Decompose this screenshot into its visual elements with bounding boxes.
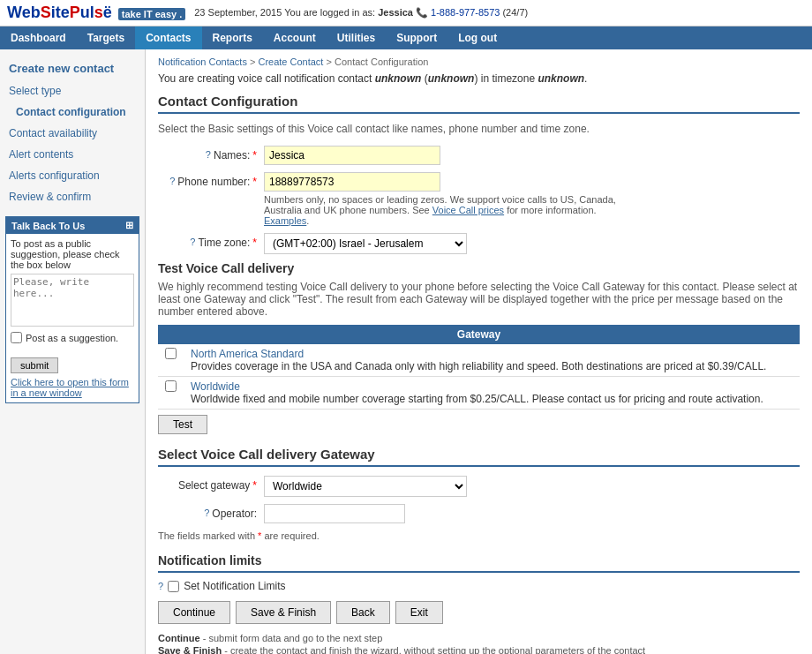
header-phone[interactable]: 1-888-977-8573 xyxy=(431,7,500,18)
sidebar-item-alert-contents[interactable]: Alert contents xyxy=(0,144,145,165)
voice-test-section: Test Voice Call delivery We highly recom… xyxy=(158,261,800,434)
nav-dashboard[interactable]: Dashboard xyxy=(0,26,77,49)
notification-limits-section: Notification limits ? Set Notification L… xyxy=(158,553,800,592)
talkback-header: Talk Back To Us ⊞ xyxy=(6,217,139,234)
gateway-cell-2: Worldwide Worldwide fixed and mobile num… xyxy=(184,377,800,410)
test-button[interactable]: Test xyxy=(158,415,207,434)
talkback-suggestion-checkbox[interactable] xyxy=(11,332,22,343)
voice-call-prices-link[interactable]: Voice Call prices xyxy=(432,205,504,215)
nav-logout[interactable]: Log out xyxy=(447,26,508,49)
nav-contacts[interactable]: Contacts xyxy=(135,26,201,49)
gateway-checkbox-cell-2 xyxy=(158,377,184,410)
header-date: 23 September, 2015 xyxy=(194,7,282,18)
notification-limits-row: ? Set Notification Limits xyxy=(158,580,800,592)
breadcrumb: Notification Contacts > Create Contact >… xyxy=(158,56,800,67)
sidebar-item-availability[interactable]: Contact availability xyxy=(0,123,145,144)
talkback-content: To post as a public suggestion, please c… xyxy=(6,234,139,402)
set-notification-limits-label: Set Notification Limits xyxy=(184,580,285,592)
examples-link[interactable]: Examples xyxy=(264,215,306,226)
gateway-checkbox-cell-1 xyxy=(158,344,184,377)
exit-button[interactable]: Exit xyxy=(395,601,443,624)
continue-button[interactable]: Continue xyxy=(158,601,230,624)
legend-save-finish: Save & Finish - create the contact and f… xyxy=(158,645,800,654)
info-line: You are creating voice call notification… xyxy=(158,72,800,85)
names-input-wrap xyxy=(264,146,440,165)
talkback-submit-btn[interactable]: submit xyxy=(11,357,58,373)
gateway-name-2[interactable]: Worldwide xyxy=(191,380,240,393)
talkback-suggestion-label: Post as a suggestion. xyxy=(11,332,134,343)
sidebar-item-contact-config[interactable]: Contact configuration xyxy=(0,101,145,123)
operator-input[interactable] xyxy=(264,504,405,523)
header-logged: You are logged in as: xyxy=(284,7,375,18)
notif-help-icon[interactable]: ? xyxy=(158,581,163,591)
gateway-table: Gateway North America Standard Provides … xyxy=(158,325,800,410)
talkback-desc: To post as a public suggestion, please c… xyxy=(11,238,134,270)
breadcrumb-item-1[interactable]: Notification Contacts xyxy=(158,56,247,67)
contact-config-desc: Select the Basic settings of this Voice … xyxy=(158,123,800,135)
nav-reports[interactable]: Reports xyxy=(202,26,263,49)
timezone-label: ? Time zone: * xyxy=(158,233,264,249)
voice-test-desc: We highly recommend testing Voice Call d… xyxy=(158,281,800,318)
talkback-expand-icon[interactable]: ⊞ xyxy=(125,220,133,231)
operator-row: ? Operator: xyxy=(158,504,800,523)
phone-input[interactable] xyxy=(264,172,440,192)
select-gateway-select[interactable]: Worldwide North America Standard xyxy=(264,476,467,497)
gateway-checkbox-2[interactable] xyxy=(165,380,177,392)
notification-limits-title: Notification limits xyxy=(158,553,800,573)
contact-config-title: Contact Configuration xyxy=(158,94,800,114)
sidebar: Create new contact Select type Contact c… xyxy=(0,49,146,654)
button-row: Continue Save & Finish Back Exit xyxy=(158,601,800,624)
talkback-title: Talk Back To Us xyxy=(11,221,85,231)
talkback-textarea[interactable] xyxy=(11,274,134,327)
select-gateway-title: Select Voice Call delivery Gateway xyxy=(158,447,800,467)
operator-label: ? Operator: xyxy=(158,504,264,520)
timezone-select[interactable]: (GMT+02:00) Israel - Jerusalem xyxy=(264,233,467,254)
required-note: The fields marked with * are required. xyxy=(158,530,800,541)
breadcrumb-item-3: Contact Configuration xyxy=(335,56,428,67)
header-info: 23 September, 2015 You are logged in as:… xyxy=(194,7,528,19)
phone-input-wrap: Numbers only, no spaces or leading zeros… xyxy=(264,172,617,226)
gateway-checkbox-1[interactable] xyxy=(165,348,177,359)
gateway-desc-2: Worldwide fixed and mobile number covera… xyxy=(191,393,763,405)
sidebar-item-alerts-config[interactable]: Alerts configuration xyxy=(0,165,145,186)
logo-tag: take IT easy . xyxy=(118,8,186,20)
gateway-col-header: Gateway xyxy=(158,325,800,344)
set-notification-limits-checkbox[interactable] xyxy=(168,581,179,592)
header-hours: (24/7) xyxy=(502,7,528,18)
select-gateway-row: Select gateway * Worldwide North America… xyxy=(158,476,800,497)
table-row: North America Standard Provides coverage… xyxy=(158,344,800,377)
sidebar-item-review[interactable]: Review & confirm xyxy=(0,186,145,207)
select-gateway-input-wrap: Worldwide North America Standard xyxy=(264,476,467,497)
phone-help-icon[interactable]: ? xyxy=(169,176,175,186)
timezone-help-icon[interactable]: ? xyxy=(190,237,195,247)
breadcrumb-item-2[interactable]: Create Contact xyxy=(258,56,323,67)
timezone-row: ? Time zone: * (GMT+02:00) Israel - Jeru… xyxy=(158,233,800,254)
sidebar-item-select-type[interactable]: Select type xyxy=(0,80,145,101)
talkback-open-link[interactable]: Click here to open this form in a new wi… xyxy=(11,377,134,398)
phone-label: ? Phone number: * xyxy=(158,172,264,188)
nav-support[interactable]: Support xyxy=(386,26,447,49)
main-content: Notification Contacts > Create Contact >… xyxy=(146,49,812,654)
nav-account[interactable]: Account xyxy=(263,26,327,49)
gateway-name-1[interactable]: North America Standard xyxy=(191,348,304,360)
operator-help-icon[interactable]: ? xyxy=(204,507,209,518)
sidebar-title: Create new contact xyxy=(0,56,145,80)
legend-continue: Continue - submit form data and go to th… xyxy=(158,633,800,643)
select-gateway-section: Select Voice Call delivery Gateway Selec… xyxy=(158,447,800,541)
names-input[interactable] xyxy=(264,146,440,165)
header-username: Jessica xyxy=(378,7,413,18)
names-row: ? Names: * xyxy=(158,146,800,165)
timezone-input-wrap: (GMT+02:00) Israel - Jerusalem xyxy=(264,233,467,254)
nav-utilities[interactable]: Utilities xyxy=(327,26,386,49)
save-finish-button[interactable]: Save & Finish xyxy=(236,601,331,624)
gateway-cell-1: North America Standard Provides coverage… xyxy=(184,344,800,377)
back-button[interactable]: Back xyxy=(336,601,390,624)
phone-note: Numbers only, no spaces or leading zeros… xyxy=(264,194,617,226)
layout: Create new contact Select type Contact c… xyxy=(0,49,812,654)
operator-input-wrap xyxy=(264,504,405,523)
nav: Dashboard Targets Contacts Reports Accou… xyxy=(0,26,812,49)
gateway-desc-1: Provides coverage in the USA and Canada … xyxy=(191,360,766,372)
names-label: ? Names: * xyxy=(158,146,264,162)
nav-targets[interactable]: Targets xyxy=(77,26,135,49)
names-help-icon[interactable]: ? xyxy=(206,149,211,160)
